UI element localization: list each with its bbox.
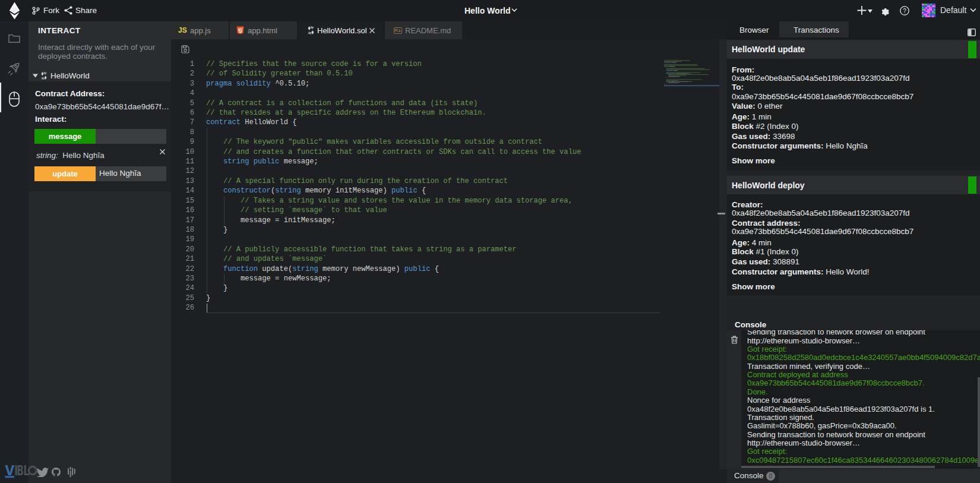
svg-text:?: ?: [903, 8, 906, 14]
